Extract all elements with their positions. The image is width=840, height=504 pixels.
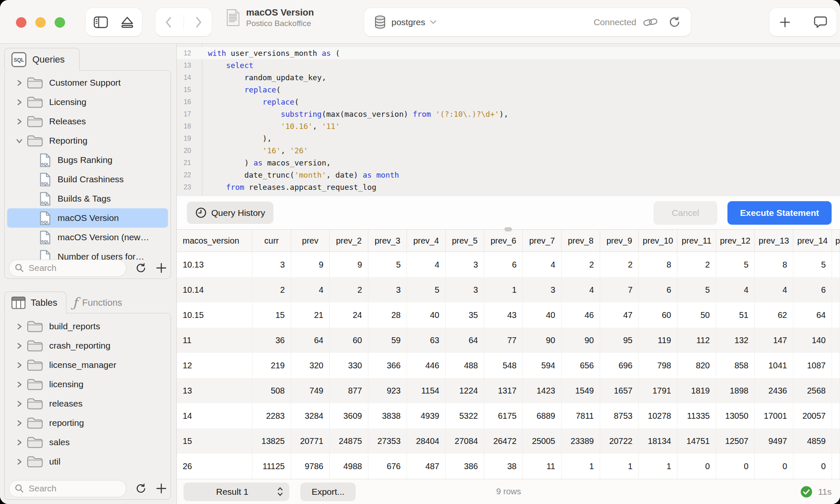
cell[interactable]: 696 [600, 353, 639, 378]
table-row-26[interactable]: 26111259786498867648738638111110000 [177, 454, 840, 479]
cell[interactable]: 5 [368, 252, 407, 277]
chevron-right-icon[interactable] [15, 342, 24, 349]
cell[interactable]: 10.13 [177, 252, 252, 277]
sidebar-item-releases[interactable]: releases [7, 394, 168, 413]
cell[interactable]: 877 [330, 378, 368, 403]
cell[interactable]: 858 [716, 353, 755, 378]
cell[interactable]: 64 [793, 302, 832, 328]
cell[interactable]: 15 [252, 302, 291, 328]
cell[interactable]: 5 [407, 277, 446, 302]
code-line-23[interactable]: 23 from releases.appcast_request_log [177, 181, 840, 193]
queries-search-input[interactable] [28, 262, 112, 273]
cell[interactable]: 26 [177, 454, 252, 479]
table-row-15[interactable]: 1513825207712487527353284042708426472250… [177, 428, 840, 454]
cell[interactable]: 17001 [755, 403, 793, 428]
cell[interactable]: 5 [716, 252, 755, 277]
back-icon[interactable] [164, 16, 173, 29]
cell[interactable]: 59 [368, 328, 407, 353]
cell[interactable]: 26472 [484, 428, 523, 454]
code-line-24[interactable]: 24 group by random_update_key [177, 193, 840, 196]
column-header-prev-6[interactable]: prev_6 [484, 230, 523, 252]
cell[interactable]: 2 [562, 252, 600, 277]
cell[interactable]: 11335 [677, 403, 716, 428]
chevron-right-icon[interactable] [15, 362, 24, 369]
column-header-prev-4[interactable]: prev_4 [407, 230, 446, 252]
chat-icon[interactable] [814, 16, 827, 29]
cell[interactable]: 6 [484, 252, 523, 277]
cell[interactable]: 40 [407, 302, 446, 328]
cell[interactable]: 9 [291, 252, 330, 277]
cell[interactable]: 23389 [562, 428, 600, 454]
cell[interactable]: 10278 [639, 403, 677, 428]
cell[interactable]: 446 [407, 353, 446, 378]
cell[interactable]: 366 [368, 353, 407, 378]
result-selector[interactable]: Result 1 [184, 483, 289, 501]
cell[interactable]: 15 [177, 428, 252, 454]
cell[interactable]: 10.15 [177, 302, 252, 328]
close-window-button[interactable] [16, 17, 26, 28]
cell[interactable]: 64 [446, 328, 484, 353]
code-line-21[interactable]: 21 ) as macos_version, [177, 157, 840, 169]
sidebar-item-util[interactable]: util [7, 452, 168, 471]
cell[interactable]: 112 [677, 328, 716, 353]
cell[interactable]: 20771 [291, 428, 330, 454]
cell[interactable]: 1 [484, 277, 523, 302]
cell[interactable]: 4859 [793, 428, 832, 454]
column-header-prev-5[interactable]: prev_5 [446, 230, 484, 252]
column-header-prev-14[interactable]: prev_14 [793, 230, 832, 252]
sidebar-item-macos-version[interactable]: SQLmacOS Version [7, 208, 168, 228]
table-row-12[interactable]: 1221932033036644648854859465669679882085… [177, 353, 840, 378]
cell[interactable]: 6 [793, 277, 832, 302]
cell[interactable]: 1657 [600, 378, 639, 403]
code-line-18[interactable]: 18 '10.16', '11' [177, 120, 840, 132]
cell[interactable]: 2436 [755, 378, 793, 403]
cell[interactable]: 14751 [677, 428, 716, 454]
sidebar-item-sales[interactable]: sales [7, 433, 168, 452]
column-header-prev-7[interactable]: prev_7 [523, 230, 562, 252]
column-header-truncated[interactable]: prev_15 [832, 230, 840, 252]
code-line-14[interactable]: 14 random_update_key, [177, 71, 840, 84]
column-header-prev[interactable]: prev [291, 230, 330, 252]
cell[interactable]: 386 [446, 454, 484, 479]
cell[interactable]: 24875 [330, 428, 368, 454]
cell[interactable]: 13050 [716, 403, 755, 428]
cell[interactable]: 923 [368, 378, 407, 403]
cell[interactable]: 6 [639, 277, 677, 302]
cell[interactable]: 51 [716, 302, 755, 328]
cell[interactable]: 656 [562, 353, 600, 378]
cell[interactable]: 1317 [484, 378, 523, 403]
cell[interactable]: 3 [446, 277, 484, 302]
cell[interactable]: 119 [639, 328, 677, 353]
cell[interactable]: 140 [793, 328, 832, 353]
cell[interactable]: 5 [793, 252, 832, 277]
chevron-right-icon[interactable] [15, 381, 24, 388]
queries-search-field[interactable] [9, 260, 126, 277]
code-line-13[interactable]: 13 select [177, 59, 840, 71]
cell[interactable]: 9497 [755, 428, 793, 454]
cell[interactable]: 1041 [755, 353, 793, 378]
sql-editor[interactable]: 1112with user_versions_month as (13 sele… [177, 44, 840, 196]
chevron-right-icon[interactable] [15, 99, 24, 106]
cell[interactable]: 4 [407, 252, 446, 277]
cell[interactable]: 24 [330, 302, 368, 328]
cell[interactable]: 1791 [639, 378, 677, 403]
cell[interactable]: 2283 [252, 403, 291, 428]
export-button[interactable]: Export... [300, 483, 356, 501]
cell[interactable]: 7 [600, 277, 639, 302]
cell[interactable]: 1 [639, 454, 677, 479]
cell[interactable]: 95 [600, 328, 639, 353]
chevron-right-icon[interactable] [15, 420, 24, 427]
cell[interactable]: 64 [291, 328, 330, 353]
tables-search-field[interactable] [9, 480, 126, 497]
cell[interactable]: 3609 [330, 403, 368, 428]
forward-icon[interactable] [194, 16, 203, 29]
cell[interactable]: 60 [330, 328, 368, 353]
cell[interactable]: 0 [793, 454, 832, 479]
cell[interactable]: 1224 [446, 378, 484, 403]
column-header-prev-9[interactable]: prev_9 [600, 230, 639, 252]
cell[interactable]: 21 [291, 302, 330, 328]
execute-statement-button[interactable]: Execute Statement [727, 201, 832, 225]
table-row-14[interactable]: 1422833284360938384939532261756889781187… [177, 403, 840, 428]
cell[interactable]: 12 [177, 353, 252, 378]
cell[interactable]: 147 [755, 328, 793, 353]
